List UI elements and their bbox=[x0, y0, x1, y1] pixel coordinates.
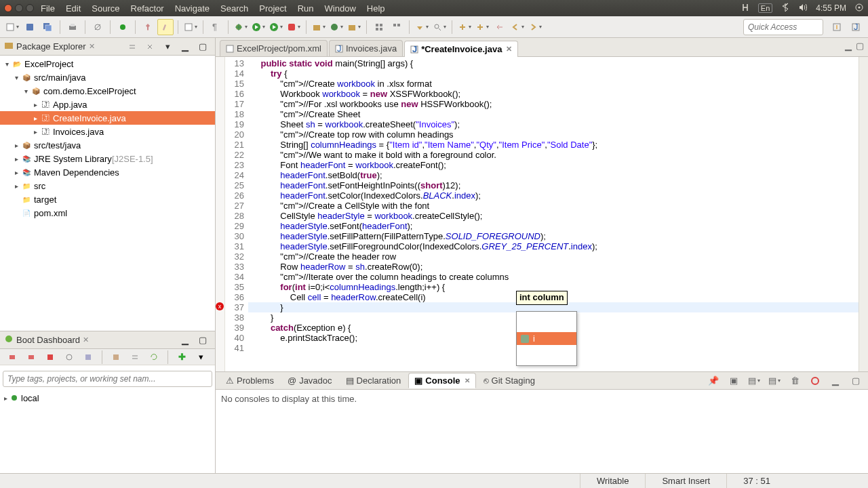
new-button[interactable] bbox=[4, 19, 20, 35]
bottom-minimize-button[interactable]: ▁ bbox=[827, 373, 844, 389]
boot-start-button[interactable] bbox=[4, 349, 20, 365]
autocomplete-popup[interactable]: i bbox=[516, 311, 577, 366]
menu-file[interactable]: File bbox=[41, 3, 55, 14]
java-perspective-button[interactable]: J bbox=[848, 19, 864, 35]
tab-invoices[interactable]: J Invoices.java bbox=[329, 40, 403, 56]
forward-button[interactable] bbox=[527, 19, 543, 35]
file-createinvoice[interactable]: ▸🇯CreateInvoice.java bbox=[0, 111, 215, 125]
new-package-button[interactable] bbox=[311, 19, 327, 35]
maximize-view-button[interactable]: ▢ bbox=[195, 39, 211, 55]
jre-node[interactable]: ▸📚JRE System Library [J2SE-1.5] bbox=[0, 152, 215, 165]
minimize-window-btn[interactable] bbox=[15, 4, 23, 12]
skip-breakpoints-button[interactable] bbox=[90, 19, 106, 35]
save-all-button[interactable] bbox=[39, 19, 56, 35]
file-invoices[interactable]: ▸🇯Invoices.java bbox=[0, 125, 215, 138]
boot-restart-button[interactable] bbox=[23, 349, 39, 365]
quick-access-input[interactable] bbox=[743, 19, 823, 35]
run-button[interactable] bbox=[250, 19, 267, 35]
search-button[interactable] bbox=[431, 19, 448, 35]
new-class-button[interactable] bbox=[328, 19, 344, 35]
tab-declaration[interactable]: ▤Declaration bbox=[340, 373, 408, 388]
console-new-button[interactable]: ▤ bbox=[766, 373, 783, 389]
target-folder-node[interactable]: 📁target bbox=[0, 192, 215, 206]
boot-menu-button[interactable]: ▾ bbox=[193, 349, 209, 365]
menu-search[interactable]: Search bbox=[220, 3, 248, 14]
boot-filter-input[interactable] bbox=[3, 371, 212, 387]
boot-add-button[interactable]: ✚ bbox=[174, 349, 190, 365]
boot-config-button[interactable] bbox=[80, 349, 96, 365]
tab-javadoc[interactable]: @Javadoc bbox=[281, 373, 338, 388]
console-open-button[interactable]: ▤ bbox=[746, 373, 762, 389]
code-editor[interactable]: x 13141516171819202122232425262728293031… bbox=[216, 57, 868, 371]
coverage-button[interactable] bbox=[268, 19, 284, 35]
volume-icon[interactable] bbox=[798, 3, 808, 14]
minimize-editor-button[interactable]: ▁ bbox=[845, 41, 852, 51]
menu-run[interactable]: Run bbox=[298, 3, 314, 14]
menu-help[interactable]: Help bbox=[367, 3, 385, 14]
expand-button[interactable] bbox=[371, 19, 387, 35]
print-button[interactable] bbox=[64, 19, 81, 35]
boot-refresh-button[interactable] bbox=[146, 349, 162, 365]
console-display-button[interactable]: ▣ bbox=[726, 373, 742, 389]
open-perspective-button[interactable] bbox=[829, 19, 845, 35]
debug-button[interactable] bbox=[233, 19, 249, 35]
file-app[interactable]: ▸🇯App.java bbox=[0, 98, 215, 111]
minimize-view-button[interactable]: ▁ bbox=[177, 39, 193, 55]
settings-icon[interactable] bbox=[854, 3, 864, 14]
close-console-icon[interactable]: ✕ bbox=[465, 377, 470, 384]
bluetooth-icon[interactable] bbox=[781, 3, 790, 14]
package-node[interactable]: ▾📦com.demo.ExcelProject bbox=[0, 84, 215, 98]
tab-createinvoice[interactable]: J *CreateInvoice.java ✕ bbox=[404, 41, 518, 57]
maven-deps-node[interactable]: ▸📚Maven Dependencies bbox=[0, 165, 215, 179]
highlight-button[interactable] bbox=[157, 19, 174, 35]
boot-maximize-button[interactable]: ▢ bbox=[195, 332, 211, 348]
error-marker-icon[interactable]: x bbox=[216, 302, 224, 310]
autocomplete-item[interactable]: i bbox=[517, 332, 576, 345]
network-icon[interactable] bbox=[741, 3, 750, 14]
close-window-btn[interactable] bbox=[4, 4, 12, 12]
view-menu-button[interactable]: ▾ bbox=[159, 39, 176, 55]
console-pin-button[interactable]: 📌 bbox=[705, 373, 722, 389]
pin-button[interactable] bbox=[140, 19, 156, 35]
boot-filter-button[interactable] bbox=[108, 349, 124, 365]
coverage-summary-button[interactable] bbox=[807, 373, 823, 389]
src-main-node[interactable]: ▾📦src/main/java bbox=[0, 70, 215, 84]
tab-problems[interactable]: ⚠Problems bbox=[220, 373, 280, 388]
pom-file-node[interactable]: 📄pom.xml bbox=[0, 206, 215, 220]
bottom-maximize-button[interactable]: ▢ bbox=[848, 373, 864, 389]
boot-local-node[interactable]: ▸ local bbox=[4, 391, 211, 405]
menu-project[interactable]: Project bbox=[259, 3, 286, 14]
tab-gitstaging[interactable]: ⎋Git Staging bbox=[477, 373, 541, 388]
quick-access[interactable] bbox=[743, 19, 823, 35]
maximize-editor-button[interactable]: ▢ bbox=[856, 41, 864, 51]
open-type-button[interactable] bbox=[182, 19, 199, 35]
collapse-button[interactable] bbox=[389, 19, 405, 35]
back-button[interactable] bbox=[509, 19, 526, 35]
save-button[interactable] bbox=[22, 19, 38, 35]
menu-refactor[interactable]: Refactor bbox=[131, 3, 164, 14]
close-boot-icon[interactable]: ✕ bbox=[83, 336, 89, 344]
last-edit-button[interactable] bbox=[492, 19, 508, 35]
new-java-button[interactable] bbox=[346, 19, 362, 35]
close-view-icon[interactable]: ✕ bbox=[89, 42, 95, 51]
close-tab-icon[interactable]: ✕ bbox=[506, 45, 512, 54]
package-explorer-tree[interactable]: ▾📂ExcelProject ▾📦src/main/java ▾📦com.dem… bbox=[0, 56, 215, 331]
annotations-button[interactable] bbox=[456, 19, 473, 35]
tab-console[interactable]: ▣Console✕ bbox=[408, 373, 475, 388]
clock[interactable]: 4:55 PM bbox=[816, 3, 846, 13]
maximize-window-btn[interactable] bbox=[26, 4, 34, 12]
boot-open-button[interactable] bbox=[61, 349, 77, 365]
src-folder-node[interactable]: ▸📁src bbox=[0, 179, 215, 192]
overview-ruler[interactable] bbox=[859, 57, 868, 371]
link-editor-button[interactable] bbox=[142, 39, 158, 55]
menu-source[interactable]: Source bbox=[92, 3, 119, 14]
tab-pom[interactable]: ExcelProject/pom.xml bbox=[220, 40, 328, 56]
next-annotation-button[interactable] bbox=[474, 19, 490, 35]
menu-edit[interactable]: Edit bbox=[66, 3, 81, 14]
code-area[interactable]: public static void main(String[] args) {… bbox=[248, 57, 859, 371]
filter-button[interactable] bbox=[414, 19, 430, 35]
restart-button[interactable] bbox=[115, 19, 131, 35]
collapse-all-button[interactable] bbox=[124, 39, 140, 55]
boot-minimize-button[interactable]: ▁ bbox=[177, 332, 193, 348]
project-node[interactable]: ▾📂ExcelProject bbox=[0, 57, 215, 70]
